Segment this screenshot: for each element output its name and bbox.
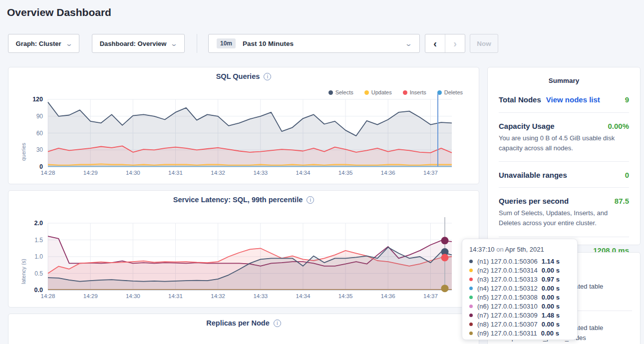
now-button[interactable]: Now [470,34,498,53]
dashboard-dropdown[interactable]: Dashboard: Overview ⌄ [92,34,185,53]
chart-title: Replicas per Nodei [8,319,479,327]
capacity-usage-label: Capacity Usage [499,122,555,130]
tooltip-node-row: (n1) 127.0.0.1:503061.14 s [469,257,570,266]
tooltip-rows: (n1) 127.0.0.1:503061.14 s(n2) 127.0.0.1… [469,257,570,338]
x-axis-tick: 14:28 [33,293,63,299]
node-address: (n4) 127.0.0.1:50312 [477,285,538,292]
node-color-dot-icon [469,260,473,263]
queries-per-second-description: Sum of Selects, Updates, Inserts, and De… [488,205,640,228]
node-latency-value: 0.00 s [542,267,560,274]
divider [499,237,629,237]
next-range-button[interactable]: › [445,34,465,52]
node-latency-value: 0.00 s [541,330,559,337]
y-axis-tick: 120 [20,96,43,103]
total-nodes-value: 9 [625,95,629,104]
y-axis-label: queries [20,108,26,161]
sql-queries-panel: SQL Queriesi SelectsUpdatesInsertsDelete… [8,67,479,184]
divider [499,112,629,113]
time-range-badge: 10m [217,38,236,48]
node-color-dot-icon [469,323,473,326]
service-latency-panel: Service Latency: SQL, 99th percentilei 0… [8,190,479,308]
chart-hover-tooltip: 14:37:10 on Apr 5th, 2021 (n1) 127.0.0.1… [462,239,578,340]
x-axis-tick: 14:36 [373,170,403,176]
unavailable-ranges-label: Unavailable ranges [499,171,567,179]
x-axis-tick: 14:32 [203,293,233,299]
unavailable-ranges-value: 0 [625,171,629,179]
time-range-label: Past 10 Minutes [243,40,294,47]
node-latency-value: 0.00 s [542,285,560,292]
tooltip-node-row: (n9) 127.0.0.1:503110.00 s [469,329,570,338]
x-axis-tick: 14:29 [75,170,105,176]
node-address: (n6) 127.0.0.1:50310 [477,303,538,310]
chevron-down-icon: ⌄ [65,40,72,47]
node-color-dot-icon [469,296,473,299]
y-axis-tick: 0.0 [20,287,43,294]
view-nodes-list-link[interactable]: View nodes list [546,95,600,104]
capacity-usage-description: You are using 0 B of 4.5 GiB usable disk… [488,130,640,153]
chevron-down-icon: ⌄ [405,40,412,47]
node-latency-value: 0.00 s [542,321,560,328]
x-axis-tick: 14:31 [160,293,190,299]
time-pager: ‹ › [425,34,465,53]
node-address: (n8) 127.0.0.1:50307 [477,321,538,328]
toolbar-divider [197,34,197,53]
x-axis-tick: 14:30 [118,170,148,176]
tooltip-node-row: (n5) 127.0.0.1:503080.00 s [469,293,570,302]
node-latency-value: 0.00 s [542,294,560,301]
y-axis-tick: 2.0 [20,220,43,227]
x-axis-tick: 14:32 [203,170,233,176]
queries-per-second-value: 87.5 [615,197,629,205]
node-color-dot-icon [469,332,473,335]
dashboard-dropdown-label: Dashboard: Overview [100,40,167,47]
node-address: (n7) 127.0.0.1:50309 [477,312,538,319]
node-address: (n2) 127.0.0.1:50314 [477,267,538,274]
x-axis-tick: 14:33 [246,293,276,299]
overview-dashboard-page: Overview Dashboard Graph: Cluster ⌄ Dash… [0,0,644,344]
x-axis-tick: 14:34 [288,170,318,176]
node-latency-value: 1.48 s [542,312,560,319]
x-axis-tick: 14:30 [118,293,148,299]
node-address: (n3) 127.0.0.1:50313 [477,276,538,283]
node-color-dot-icon [469,269,473,272]
x-axis-tick: 14:37 [415,170,445,176]
info-icon[interactable]: i [274,320,281,327]
tooltip-node-row: (n3) 127.0.0.1:503130.97 s [469,275,570,284]
replicas-per-node-panel: Replicas per Nodei [8,314,479,344]
summary-panel: Summary Total NodesView nodes list 9 Cap… [487,67,641,245]
divider [499,161,629,162]
x-axis-tick: 14:29 [75,293,105,299]
tooltip-node-row: (n6) 127.0.0.1:503100.00 s [469,302,570,311]
node-address: (n9) 127.0.0.1:50311 [477,330,537,337]
x-axis-tick: 14:37 [415,293,445,299]
node-latency-value: 0.00 s [542,303,560,310]
chevron-down-icon: ⌄ [170,40,178,47]
queries-per-second-label: Queries per second [499,197,569,205]
node-latency-value: 0.97 s [542,276,560,283]
node-color-dot-icon [469,278,473,281]
x-axis-tick: 14:36 [373,293,403,299]
node-color-dot-icon [469,314,473,317]
tooltip-timestamp: 14:37:10 on Apr 5th, 2021 [469,246,570,253]
x-axis-tick: 14:35 [330,170,360,176]
divider [499,187,629,188]
capacity-usage-value: 0.00% [608,122,629,130]
x-axis-tick: 14:33 [246,170,276,176]
page-title: Overview Dashboard [7,6,111,18]
x-axis-tick: 14:28 [33,170,63,176]
prev-range-button[interactable]: ‹ [425,34,445,52]
node-address: (n5) 127.0.0.1:50308 [477,294,538,301]
node-latency-value: 1.14 s [542,258,560,265]
graph-dropdown-label: Graph: Cluster [16,40,61,47]
graph-dropdown[interactable]: Graph: Cluster ⌄ [8,34,79,53]
summary-title: Summary [488,67,640,84]
time-range-dropdown[interactable]: 10m Past 10 Minutes ⌄ [208,34,420,53]
node-color-dot-icon [469,305,473,308]
total-nodes-label: Total Nodes [499,95,541,104]
tooltip-node-row: (n2) 127.0.0.1:503140.00 s [469,266,570,275]
node-address: (n1) 127.0.0.1:50306 [477,258,538,265]
x-axis-tick: 14:31 [160,170,190,176]
service-latency-chart[interactable] [8,191,479,307]
y-axis-label: latency (s) [20,232,26,284]
x-axis-tick: 14:34 [288,293,318,299]
sql-queries-chart[interactable] [8,67,479,184]
